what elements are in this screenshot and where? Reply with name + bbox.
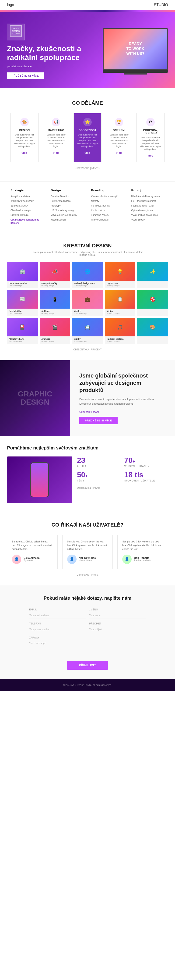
services-pagination: < PREVIOUS | NEXT > — [7, 167, 168, 170]
col-nav-link-1-5[interactable]: Motion Design — [51, 218, 84, 221]
stats-image — [7, 457, 73, 503]
portfolio-item-7[interactable]: 💼 Vizitky Grafický design — [72, 290, 103, 316]
stats-wrapper: 23 APLIKACE 70+ WEBOVÉ STRÁNKY 50+ TÉMY … — [7, 457, 168, 503]
hero-left: ART & DESIGN STUDIO Značky, zkušenosti a… — [7, 24, 82, 79]
col-nav-link-0-0[interactable]: Analytika a výzkum — [11, 195, 44, 198]
col-nav-link-0-1[interactable]: Interaktivní workshopy — [11, 199, 44, 203]
col-nav-link-2-3[interactable]: Kopie značky — [91, 209, 125, 212]
col-nav-link-2-5[interactable]: Filmy o značkách — [91, 218, 125, 221]
name-group: Jméno — [89, 608, 146, 619]
hero-cta-button[interactable]: PŘEČTĚTE SI VÍCE — [7, 72, 44, 79]
subject-input[interactable] — [89, 626, 146, 633]
contact-section: Pokud máte nějaké dotazy, napište nám Em… — [0, 585, 175, 679]
stats-grid: 23 APLIKACE 70+ WEBOVÉ STRÁNKY 50+ TÉMY … — [77, 457, 168, 482]
contact-title: Pokud máte nějaké dotazy, napište nám — [7, 595, 168, 601]
testimonials-pagination: Objednávka | Projekt — [7, 574, 168, 576]
hero-subtitle: pomáhá vám Vizuace — [7, 65, 82, 68]
portfolio-item-5[interactable]: 📰 Návrh letáku Grafický design — [7, 290, 38, 316]
service-link-0[interactable]: VÍCE — [22, 152, 27, 154]
footer: © 2024 Art & Design Studio. All rights r… — [0, 679, 175, 691]
portfolio-label-8: Vizitky Grafický design — [105, 309, 136, 316]
col-nav-link-1-3[interactable]: UI/UX a webový design — [51, 209, 84, 212]
col-nav-link-2-0[interactable]: Vizuální identita a svébytí — [91, 195, 125, 198]
portfolio-title-1: Kampañ značky — [41, 282, 69, 285]
portfolio-sub-0: Grafický design — [9, 285, 36, 286]
col-nav-link-2-4[interactable]: Kampaně značek — [91, 213, 125, 217]
service-icon-3: 🏆 — [115, 118, 123, 126]
portfolio-label-5: Návrh letáku Grafický design — [7, 309, 38, 316]
global-image: GRAPHICDESIGN — [0, 360, 70, 436]
testimonial-card-0: Sample text. Click to select the text bo… — [7, 535, 58, 569]
portfolio-item-1[interactable]: 📣 Kampañ značky Grafický design — [39, 262, 71, 288]
stats-pagination: Objednávka z Fireweb — [77, 487, 168, 489]
service-link-2[interactable]: VÍCE — [85, 152, 90, 154]
col-nav-link-0-4[interactable]: Digitální strategie — [11, 213, 44, 217]
author-avatar-2: 👤 — [122, 555, 132, 564]
kreativni-design-section: KREATIVNÍ DESIGN Lorem ipsum amet elit a… — [0, 233, 175, 360]
col-nav-link-0-2[interactable]: Strategie značky — [11, 204, 44, 207]
portfolio-item-8[interactable]: 📋 Vizitky Grafický design — [105, 290, 136, 316]
portfolio-img-0: 🏢 — [7, 262, 38, 281]
col-nav-link-3-3[interactable]: Optimalizace výkonu — [131, 209, 165, 212]
message-textarea[interactable] — [29, 640, 146, 654]
service-desc-4: Duis aute irure dolor in reprehenderit i… — [140, 136, 161, 151]
portfolio-item-9[interactable]: 🎯 — [137, 290, 168, 316]
portfolio-img-2: 🌐 — [72, 262, 103, 281]
service-card-1: 📢 MARKETING Duis aute irure dolor in rep… — [42, 113, 70, 162]
col-nav-link-1-0[interactable]: Creative Direction — [51, 195, 84, 198]
portfolio-title-8: Vizitky — [107, 310, 134, 312]
portfolio-sub-3: Grafický design — [107, 285, 134, 286]
phone-label: Telefon — [29, 622, 86, 625]
portfolio-sub-1: Grafický design — [41, 285, 69, 286]
col-nav-link-3-2[interactable]: Integrace třetích stran — [131, 204, 165, 207]
portfolio-item-13[interactable]: 🎵 Hudební šablona Grafický design — [105, 318, 136, 344]
col-nav-link-3-0[interactable]: Návrh Architektura systému — [131, 195, 165, 198]
global-cta-button[interactable]: PŘEJNĚTE SI VÍCE — [79, 417, 118, 424]
portfolio-item-14[interactable]: 🎨 — [137, 318, 168, 344]
portfolio-item-12[interactable]: 📇 Vizitky Grafický design — [72, 318, 103, 344]
service-desc-2: Duis aute irure dolor in reprehenderit i… — [77, 134, 98, 148]
portfolio-item-0[interactable]: 🏢 Corporate Identity Grafický design — [7, 262, 38, 288]
portfolio-item-10[interactable]: 🎴 Plakátové karty Grafický design — [7, 318, 38, 344]
author-role-0: Typovská — [24, 559, 39, 562]
stat-number-0: 23 — [77, 457, 121, 464]
portfolio-title-3: Lightboxes — [107, 282, 134, 285]
portfolio-item-3[interactable]: 💡 Lightboxes Grafický design — [105, 262, 136, 288]
service-icon-2: ⭐ — [83, 118, 92, 126]
portfolio-item-2[interactable]: 🌐 Webový design webu Grafický design — [72, 262, 103, 288]
col-nav-link-0-5[interactable]: Optimalizace konverzního poměru — [11, 218, 44, 225]
col-nav-link-3-5[interactable]: Vývoj Shopify — [131, 218, 165, 221]
portfolio-title-6: Aplikace — [41, 310, 69, 312]
col-nav-link-3-4[interactable]: Vývoj aplikací WordPress — [131, 213, 165, 217]
portfolio-label-9 — [137, 309, 168, 312]
col-nav-link-1-4[interactable]: Vytváření vizuálních aktiv — [51, 213, 84, 217]
testimonial-author-0: 👤 Celia Almeda Typovská — [12, 555, 53, 564]
service-card-2: ⭐ ODBORNOST Duis aute irure dolor in rep… — [74, 113, 101, 162]
phone-input[interactable] — [29, 626, 86, 633]
service-link-3[interactable]: VÍCE — [116, 152, 122, 154]
col-nav-link-1-2[interactable]: Prototypy — [51, 204, 84, 207]
portfolio-img-8: 📋 — [105, 290, 136, 309]
stat-label-2: TÉMY — [77, 479, 121, 482]
col-nav-link-0-3[interactable]: Obsahová strategie — [11, 209, 44, 212]
portfolio-item-6[interactable]: 📱 Aplikace Grafický design — [39, 290, 71, 316]
portfolio-item-4[interactable]: ✨ — [137, 262, 168, 288]
email-input[interactable] — [29, 612, 86, 619]
service-icon-1: 📢 — [52, 118, 60, 126]
col-nav-link-3-1[interactable]: Full-Stack Development — [131, 199, 165, 203]
name-input[interactable] — [89, 612, 146, 619]
portfolio-title-7: Vizitky — [74, 310, 101, 312]
submit-button[interactable]: PŘÍMLUVIT — [67, 661, 108, 670]
col-nav-link-1-1[interactable]: Průzkumná značka — [51, 199, 84, 203]
col-nav-link-2-2[interactable]: Pohybová identita — [91, 204, 125, 207]
portfolio-label-14 — [137, 336, 168, 339]
service-name-0: DESIGN — [14, 129, 35, 132]
portfolio-label-10: Plakátové karty Grafický design — [7, 336, 38, 344]
portfolio-item-11[interactable]: 🎬 Animace Grafický design — [39, 318, 71, 344]
service-name-2: ODBORNOST — [77, 129, 98, 132]
stat-item-3: 18 tis SPOKOJENÍ UŽIVATELÉ — [125, 471, 168, 482]
service-link-1[interactable]: VÍCE — [53, 152, 59, 154]
col-nav-link-2-1[interactable]: Náměty — [91, 199, 125, 203]
portfolio-sub-13: Grafický design — [107, 340, 134, 342]
service-link-4[interactable]: VÍCE — [147, 155, 153, 157]
